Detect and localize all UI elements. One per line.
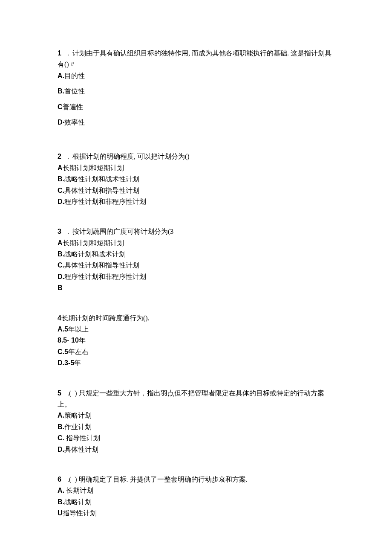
question-stem-text: ) 明确规定了目标. 并提供了一整套明确的行动步哀和方案. [75,476,247,483]
answer-option: D.程序性计划和非程序性计划 [58,196,392,207]
option-text: 程序性计划和非程序性计划 [64,198,146,205]
option-text: 长期计划 [64,487,93,494]
option-text: 指导性计划 [64,434,100,442]
question-stem-line: 6.() 明确规定了目标. 并提供了一整套明确的行动步哀和方案. [58,474,392,485]
option-text: 首位性 [64,87,85,95]
option-label: B. [58,175,64,183]
answer-option: C.具体性计划和指导性计划 [58,260,392,271]
option-label: D.3-5 [58,359,74,366]
option-label: C.5 [58,348,68,355]
question-block: 2.根据计划的明确程度, 可以把计划分为()A长期计划和短期计划B.战略性计划和… [58,151,392,207]
option-text: 年 [74,359,81,366]
question-stem-text: 计划由于具有确认组织目标的独特作用, 而成为其他各项职能执行的基础. 这是指计划… [72,49,331,57]
option-label: B. [58,423,64,430]
question-separator: . [67,226,69,237]
option-label: D· [58,119,64,126]
document-body: 1.计划由于具有确认组织目标的独特作用, 而成为其他各项职能执行的基础. 这是指… [58,48,392,519]
option-label: A. [58,72,64,79]
option-text: 战略计划和战术计划 [64,250,126,258]
question-stem-text: 长期计划的时间跨度通行为(). [61,314,150,322]
option-text: 指导性计划 [63,509,97,517]
answer-option: D.3-5年 [58,357,392,369]
answer-option: B.首位性 [58,86,392,97]
option-text: 长期计划和短期计划 [63,239,124,247]
question-number: 4 [58,313,61,324]
option-label: A. [58,487,64,494]
answer-key: B [58,282,392,293]
question-separator: .( [67,474,71,485]
option-text: 年左右 [68,348,89,355]
question-stem-line: 2.根据计划的明确程度, 可以把计划分为() [58,151,392,162]
question-block: 1.计划由于具有确认组织目标的独特作用, 而成为其他各项职能执行的基础. 这是指… [58,48,392,132]
question-stem-text: ) 只规定一些重大方针，指出羽点但不把管理者限定在具体的目标或特定的行动方案 [75,389,324,397]
option-label: B. [58,250,64,258]
answer-option: D.程序性计划和非程序性计划 [58,271,392,282]
question-number: 2 [58,151,61,162]
option-label: D. [58,198,64,205]
option-text: 作业计划 [64,423,92,430]
answer-option: C. 指导性计划 [58,433,392,444]
option-label: U [58,509,63,517]
question-block: 4长期计划的时间跨度通行为().A.5年以上8.5- 10年C.5年左右D.3-… [58,313,392,369]
option-text: 具体性计划 [64,446,98,453]
option-label: D. [58,273,64,280]
option-text: 策略计划 [64,412,92,419]
option-label: C [58,103,63,110]
question-stem-line: 有()〃 [58,59,392,70]
answer-option: A. 长期计划 [58,485,392,496]
question-stem-line: 4长期计划的时间跨度通行为(). [58,313,392,324]
answer-option: A长期计划和短期计划 [58,163,392,174]
question-separator: . [67,48,69,59]
question-separator: . [67,151,69,162]
answer-option: D·效率性 [58,117,392,128]
option-label: B. [58,87,64,95]
answer-option: A.目的性 [58,70,392,81]
question-number: 6 [58,474,61,485]
answer-option: D.具体性计划 [58,444,392,455]
question-number: 1 [58,48,61,59]
option-gap [58,81,392,86]
question-stem-line: 1.计划由于具有确认组织目标的独特作用, 而成为其他各项职能执行的基础. 这是指… [58,48,392,59]
answer-option: B.战略计划 [58,497,392,508]
option-text: 具体性计划和指导性计划 [64,187,139,194]
answer-option: C普遍性 [58,102,392,113]
question-number: 3 [58,226,61,237]
option-text: 战略计划 [64,498,92,506]
option-label: C. [58,434,64,442]
option-text: 目的性 [64,72,85,79]
answer-option: C.具体性计划和指导性计划 [58,185,392,196]
option-label: A.5 [58,325,68,333]
option-label: C. [58,187,64,194]
question-separator: .( [67,388,71,399]
option-text: 年 [79,337,86,344]
option-label: C. [58,262,64,269]
question-block: 3.按计划蔬围的广度可将计划分为(3A长期计划和短期计划B.战略计划和战术计划C… [58,226,392,293]
question-stem-line: 上。 [58,399,392,410]
option-gap [58,113,392,117]
answer-key-text: B [58,284,63,291]
question-number: 5 [58,388,61,399]
option-label: 8.5- 10 [58,337,79,344]
option-label: A [58,164,63,171]
answer-option: B.战略性计划和战术性计划 [58,174,392,185]
answer-option: B.作业计划 [58,421,392,433]
option-text: 普遍性 [63,103,83,110]
answer-option: A.5年以上 [58,324,392,335]
question-block: 6.() 明确规定了目标. 并提供了一整套明确的行动步哀和方案.A. 长期计划B… [58,474,392,519]
question-stem-text: 按计划蔬围的广度可将计划分为(3 [72,228,173,235]
option-gap [58,97,392,102]
answer-option: A长期计划和短期计划 [58,238,392,249]
question-stem-text: 根据计划的明确程度, 可以把计划分为() [72,153,190,160]
option-text: 战略性计划和战术性计划 [64,175,139,183]
option-label: B. [58,498,64,506]
answer-option: U指导性计划 [58,508,392,519]
option-text: 效率性 [64,119,85,126]
option-gap [58,128,392,132]
option-text: 长期计划和短期计划 [63,164,124,171]
option-text: 年以上 [68,325,89,333]
answer-option: B.战略计划和战术计划 [58,249,392,260]
option-label: D. [58,446,64,453]
question-block: 5.() 只规定一些重大方针，指出羽点但不把管理者限定在具体的目标或特定的行动方… [58,388,392,455]
question-stem-line: 5.() 只规定一些重大方针，指出羽点但不把管理者限定在具体的目标或特定的行动方… [58,388,392,399]
answer-option: A.策略计划 [58,410,392,421]
